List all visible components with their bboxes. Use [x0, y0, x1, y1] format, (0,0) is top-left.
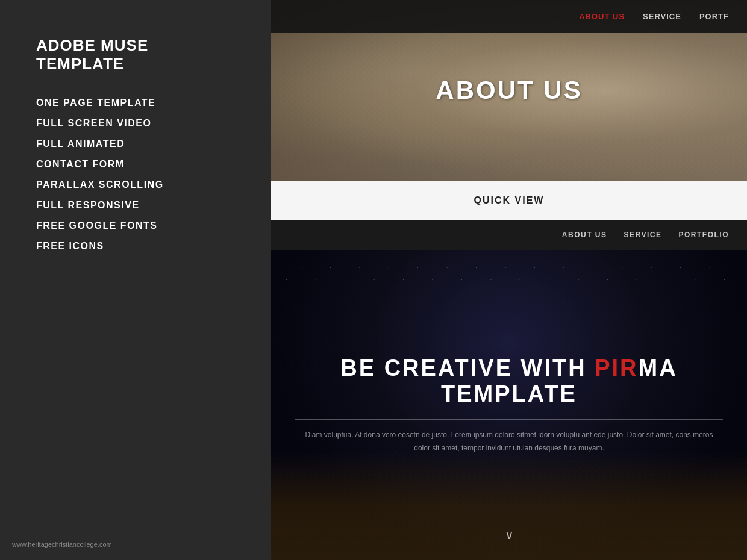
top-nav: ABOUT USSERVICEPORTF: [271, 0, 747, 33]
main-title: ADOBE MUSE TEMPLATE: [36, 36, 235, 73]
left-panel: ADOBE MUSE TEMPLATE ONE PAGE TEMPLATEFUL…: [0, 0, 271, 560]
hero-dark-subtitle: Diam voluptua. At dona vero eosetn de ju…: [298, 429, 720, 455]
secondary-nav-item[interactable]: ABOUT US: [562, 231, 607, 239]
hero-dark-content: BE CREATIVE WITH PIRMA TEMPLATE Diam vol…: [271, 355, 747, 455]
hero-title: ABOUT US: [436, 76, 582, 105]
secondary-nav: ABOUT USSERVICEPORTFOLIO: [271, 220, 747, 250]
top-nav-item[interactable]: SERVICE: [643, 12, 681, 21]
secondary-nav-item[interactable]: PORTFOLIO: [679, 231, 730, 239]
top-nav-item[interactable]: PORTF: [699, 12, 729, 21]
hero-dark-title: BE CREATIVE WITH PIRMA TEMPLATE: [295, 355, 723, 407]
hero-dark-bg: BE CREATIVE WITH PIRMA TEMPLATE Diam vol…: [271, 250, 747, 560]
feature-item: FULL SCREEN VIDEO: [36, 118, 235, 129]
quick-view-label: QUICK VIEW: [474, 195, 545, 206]
feature-item: FREE ICONS: [36, 241, 235, 252]
feature-item: ONE PAGE TEMPLATE: [36, 98, 235, 108]
watermark: www.heritagechristiancollege.com: [12, 541, 112, 548]
scroll-arrow-icon[interactable]: ∨: [505, 527, 514, 542]
feature-list: ONE PAGE TEMPLATEFULL SCREEN VIDEOFULL A…: [36, 98, 235, 252]
feature-item: FREE GOOGLE FONTS: [36, 220, 235, 231]
hero-divider: [295, 419, 723, 420]
top-nav-item[interactable]: ABOUT US: [579, 12, 625, 21]
hero-dark-title-ir: IR: [612, 355, 639, 381]
right-panel: ABOUT USSERVICEPORTF ABOUT US QUICK VIEW…: [271, 0, 747, 560]
hero-dark-section: BE CREATIVE WITH PIRMA TEMPLATE Diam vol…: [271, 250, 747, 560]
secondary-nav-item[interactable]: SERVICE: [624, 231, 662, 239]
feature-item: PARALLAX SCROLLING: [36, 179, 235, 190]
feature-item: CONTACT FORM: [36, 159, 235, 170]
quick-view-bar[interactable]: QUICK VIEW: [271, 181, 747, 220]
hero-dark-title-prefix: BE CREATIVE WITH: [340, 355, 595, 381]
feature-item: FULL ANIMATED: [36, 138, 235, 149]
hero-dark-title-p: P: [595, 355, 611, 381]
feature-item: FULL RESPONSIVE: [36, 200, 235, 211]
